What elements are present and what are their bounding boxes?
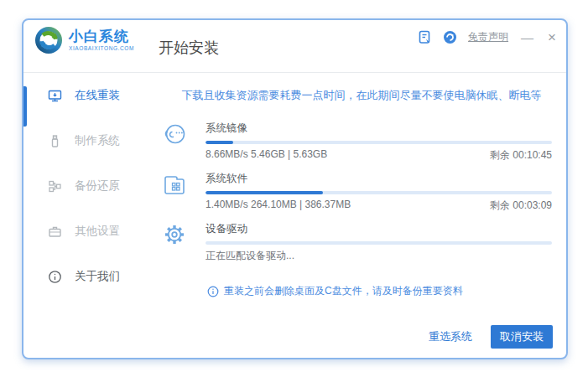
warning-text: 重装之前会删除桌面及C盘文件，请及时备份重要资料 — [224, 284, 463, 298]
disclaimer-link[interactable]: 免责声明 — [468, 30, 508, 44]
logo-swirl-icon — [34, 26, 63, 54]
task-body: 系统软件 1.40MB/s 264.10MB | 386.37MB 剩余 00:… — [206, 170, 552, 213]
titlebar-controls: 免责声明 — × — [418, 26, 558, 48]
task-meta: 8.66MB/s 5.46GB | 5.63GB 剩余 00:10:45 — [206, 148, 552, 163]
task-row-system-software: 系统软件 1.40MB/s 264.10MB | 386.37MB 剩余 00:… — [162, 170, 552, 213]
sidebar-item-make-system[interactable]: 制作系统 — [23, 118, 162, 163]
task-progressbar — [206, 191, 552, 194]
support-swirl-icon[interactable] — [443, 30, 457, 44]
header: 小白系统 XIAOBAIXITONG.COM 开始安装 免责声明 — × — [23, 20, 566, 73]
task-stats: 8.66MB/s 5.46GB | 5.63GB — [206, 148, 327, 163]
sidebar-item-label: 制作系统 — [75, 133, 120, 148]
sidebar-item-label: 在线重装 — [75, 88, 120, 103]
task-body: 系统镜像 8.66MB/s 5.46GB | 5.63GB 剩余 00:10:4… — [206, 120, 552, 163]
cancel-install-button[interactable]: 取消安装 — [491, 325, 553, 349]
sidebar-item-about-us[interactable]: 关于我们 — [23, 254, 162, 299]
download-tasks: 系统镜像 8.66MB/s 5.46GB | 5.63GB 剩余 00:10:4… — [162, 120, 552, 271]
task-body: 设备驱动 正在匹配设备驱动... — [206, 220, 552, 263]
sidebar-item-backup-restore[interactable]: 备份还原 — [23, 163, 162, 209]
reselect-system-button[interactable]: 重选系统 — [427, 326, 474, 348]
app-window: 小白系统 XIAOBAIXITONG.COM 开始安装 免责声明 — × — [22, 18, 568, 359]
monitor-download-icon — [48, 89, 62, 103]
linked-squares-icon — [48, 179, 62, 194]
task-meta: 正在匹配设备驱动... — [206, 249, 552, 263]
task-name: 设备驱动 — [206, 222, 552, 236]
active-item-indicator — [23, 86, 27, 127]
main-content: 下载且收集资源需要耗费一点时间，在此期间尽量不要使电脑休眠、断电等 系统镜像 — [162, 73, 566, 358]
sidebar-item-label: 关于我们 — [75, 269, 120, 284]
task-row-system-image: 系统镜像 8.66MB/s 5.46GB | 5.63GB 剩余 00:10:4… — [162, 120, 552, 163]
task-name: 系统软件 — [206, 172, 552, 186]
notice-text: 下载且收集资源需要耗费一点时间，在此期间尽量不要使电脑休眠、断电等 — [170, 88, 553, 103]
close-button[interactable]: × — [546, 30, 558, 44]
usb-drive-icon — [48, 134, 62, 148]
task-progressbar — [206, 241, 552, 245]
info-circle-icon — [48, 270, 62, 284]
task-meta: 1.40MB/s 264.10MB | 386.37MB 剩余 00:03:09 — [206, 199, 552, 213]
task-row-device-driver: 设备驱动 正在匹配设备驱动... — [162, 220, 552, 263]
task-remaining: 剩余 00:10:45 — [490, 148, 552, 163]
sidebar: 在线重装 制作系统 备份还原 — [23, 73, 162, 358]
warning-row: 重装之前会删除桌面及C盘文件，请及时备份重要资料 — [207, 284, 463, 298]
task-remaining: 剩余 00:03:09 — [490, 199, 552, 213]
brand-domain: XIAOBAIXITONG.COM — [69, 46, 134, 52]
page-title: 开始安装 — [159, 38, 219, 58]
sidebar-item-other-settings[interactable]: 其他设置 — [23, 209, 162, 254]
briefcase-icon — [48, 225, 62, 239]
footer-buttons: 重选系统 取消安装 — [427, 325, 553, 349]
warning-info-icon — [207, 286, 219, 297]
mascot-face-icon — [162, 121, 187, 147]
sidebar-item-label: 备份还原 — [75, 178, 120, 194]
task-stats: 1.40MB/s 264.10MB | 386.37MB — [206, 199, 351, 213]
gear-icon — [162, 222, 187, 247]
task-name: 系统镜像 — [206, 121, 552, 136]
brand-name: 小白系统 — [69, 29, 134, 44]
folder-apps-icon — [162, 172, 187, 197]
task-stats: 正在匹配设备驱动... — [206, 249, 294, 263]
bill-icon[interactable] — [418, 30, 432, 44]
brand-text: 小白系统 XIAOBAIXITONG.COM — [69, 29, 134, 52]
app-logo: 小白系统 XIAOBAIXITONG.COM — [34, 26, 134, 54]
task-progress-fill — [206, 141, 233, 144]
task-progressbar — [206, 141, 552, 144]
sidebar-item-label: 其他设置 — [75, 224, 120, 239]
sidebar-item-online-reinstall[interactable]: 在线重装 — [23, 73, 162, 118]
task-progress-fill — [206, 191, 323, 194]
minimize-button[interactable]: — — [519, 31, 535, 44]
